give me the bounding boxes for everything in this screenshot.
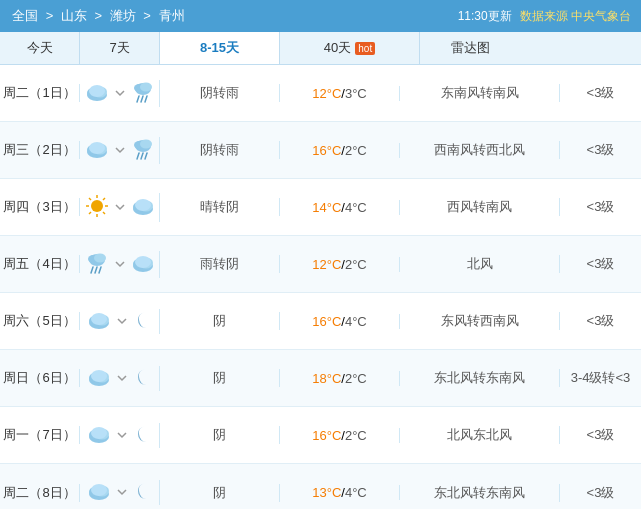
data-source: 数据来源 中央气象台 (520, 8, 631, 25)
breadcrumb-home[interactable]: 全国 (12, 8, 38, 23)
temp-cell: 12°C/2°C (280, 257, 400, 272)
wind-cell: 北风东北风 (400, 426, 560, 444)
date-cell: 周四（3日） (0, 198, 80, 216)
temp-cell: 16°C/4°C (280, 314, 400, 329)
rain-icon (84, 251, 110, 278)
icon-cell (80, 193, 160, 222)
breadcrumb-city[interactable]: 潍坊 (110, 8, 136, 23)
desc-cell: 阴 (160, 426, 280, 444)
temp-high: 13°C (312, 485, 341, 500)
svg-line-36 (91, 267, 93, 273)
svg-line-37 (95, 267, 97, 273)
temp-high: 12°C (312, 86, 341, 101)
breadcrumb[interactable]: 全国 > 山东 > 潍坊 > 青州 (10, 7, 187, 25)
temp-cell: 12°C/3°C (280, 86, 400, 101)
svg-point-46 (91, 313, 107, 325)
svg-point-54 (91, 427, 107, 439)
temp-high: 18°C (312, 371, 341, 386)
weather-table: 周二（1日） 阴转雨 12°C/3°C 东南风转南风 <3级 周三（2日） (0, 65, 641, 509)
date-cell: 周一（7日） (0, 426, 80, 444)
tab-40[interactable]: 40天 hot (280, 32, 420, 64)
table-row: 周日（6日） 阴 18°C/2°C 东北风转东南风 3-4级转<3 (0, 350, 641, 407)
wind-cell: 西南风转西北风 (400, 141, 560, 159)
cloud-icon (84, 82, 110, 105)
update-time: 11:30更新 (458, 8, 512, 25)
level-cell: <3级 (560, 312, 641, 330)
svg-point-58 (91, 484, 107, 496)
wind-cell: 北风 (400, 255, 560, 273)
level-cell: <3级 (560, 141, 641, 159)
cloud-icon (86, 481, 112, 504)
top-right-info: 11:30更新 数据来源 中央气象台 (458, 8, 631, 25)
wind-cell: 东南风转南风 (400, 84, 560, 102)
svg-line-38 (99, 267, 101, 273)
wind-cell: 东北风转东南风 (400, 369, 560, 387)
moon-icon (132, 423, 154, 448)
table-row: 周二（8日） 阴 13°C/4°C 东北风转东南风 <3级 (0, 464, 641, 509)
moon-icon (132, 366, 154, 391)
arrow-icon (116, 314, 128, 329)
temp-low: 2°C (345, 428, 367, 443)
tab-today[interactable]: 今天 (0, 32, 80, 64)
svg-line-28 (89, 212, 91, 214)
icon-cell (80, 480, 160, 505)
level-cell: <3级 (560, 484, 641, 502)
temp-low: 4°C (345, 485, 367, 500)
breadcrumb-district[interactable]: 青州 (159, 8, 185, 23)
arrow-icon (114, 86, 126, 101)
temp-cell: 16°C/2°C (280, 143, 400, 158)
svg-point-16 (140, 139, 152, 148)
desc-cell: 阴 (160, 484, 280, 502)
date-cell: 周二（1日） (0, 84, 80, 102)
svg-point-3 (89, 85, 105, 97)
table-row: 周三（2日） 阴转雨 16°C/2°C 西南风转西北风 <3级 (0, 122, 641, 179)
tab-row: 今天 7天 8-15天 40天 hot 雷达图 (0, 32, 641, 65)
arrow-icon (114, 257, 126, 272)
temp-high: 12°C (312, 257, 341, 272)
temp-cell: 18°C/2°C (280, 371, 400, 386)
date-cell: 周三（2日） (0, 141, 80, 159)
svg-point-20 (91, 200, 103, 212)
svg-line-7 (137, 96, 139, 102)
svg-line-25 (89, 198, 91, 200)
desc-cell: 阴 (160, 312, 280, 330)
svg-line-17 (137, 153, 139, 159)
desc-cell: 晴转阴 (160, 198, 280, 216)
level-cell: <3级 (560, 198, 641, 216)
table-row: 周四（3日） 晴转阴 14°C/4°C 西风转南风 <3级 (0, 179, 641, 236)
temp-cell: 16°C/2°C (280, 428, 400, 443)
icon-cell (80, 80, 160, 107)
date-cell: 周五（4日） (0, 255, 80, 273)
svg-point-42 (135, 256, 151, 268)
date-cell: 周日（6日） (0, 369, 80, 387)
tab-radar[interactable]: 雷达图 (420, 32, 520, 64)
date-cell: 周六（5日） (0, 312, 80, 330)
desc-cell: 阴转雨 (160, 84, 280, 102)
temp-cell: 13°C/4°C (280, 485, 400, 500)
arrow-icon (116, 485, 128, 500)
icon-cell (80, 366, 160, 391)
arrow-icon (114, 143, 126, 158)
tab-7day[interactable]: 7天 (80, 32, 160, 64)
breadcrumb-province[interactable]: 山东 (61, 8, 87, 23)
wind-cell: 东北风转东南风 (400, 484, 560, 502)
icon-cell (80, 251, 160, 278)
temp-low: 4°C (345, 314, 367, 329)
hot-badge: hot (355, 42, 375, 55)
svg-point-13 (89, 142, 105, 154)
temp-low: 4°C (345, 200, 367, 215)
icon-cell (80, 423, 160, 448)
wind-cell: 西风转南风 (400, 198, 560, 216)
svg-line-9 (145, 96, 147, 102)
tab-8-15[interactable]: 8-15天 (160, 32, 280, 64)
table-row: 周一（7日） 阴 16°C/2°C 北风东北风 <3级 (0, 407, 641, 464)
temp-high: 16°C (312, 428, 341, 443)
rain-icon (130, 80, 156, 107)
moon-icon (132, 309, 154, 334)
cloud-icon (86, 310, 112, 333)
svg-line-18 (141, 153, 143, 159)
level-cell: <3级 (560, 255, 641, 273)
wind-cell: 东风转西南风 (400, 312, 560, 330)
table-row: 周六（5日） 阴 16°C/4°C 东风转西南风 <3级 (0, 293, 641, 350)
svg-point-35 (94, 253, 106, 262)
